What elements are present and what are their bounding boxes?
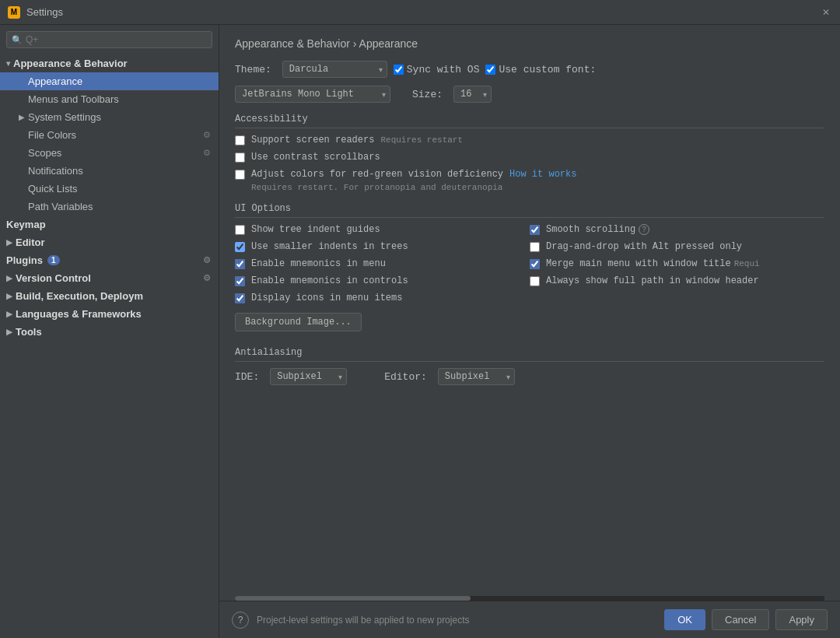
background-image-button[interactable]: Background Image... [235, 313, 362, 331]
chevron-right-icon: ▶ [6, 292, 12, 300]
ok-button[interactable]: OK [664, 609, 705, 630]
sidebar-item-tools[interactable]: ▶ Tools [0, 323, 219, 341]
use-custom-font-label[interactable]: Use custom font: [485, 64, 596, 75]
color-deficiency-note: Requires restart. For protanopia and deu… [251, 183, 824, 192]
color-deficiency-row: Adjust colors for red-green vision defic… [235, 169, 824, 180]
mnemonics-menu-checkbox[interactable] [235, 259, 245, 269]
size-select[interactable]: 16 101213141820 [453, 86, 492, 103]
use-custom-font-checkbox[interactable] [485, 65, 495, 75]
font-row: JetBrains Mono Light JetBrains Mono Aria… [235, 86, 824, 103]
gear-icon: ⚙ [203, 255, 211, 265]
content-area: Appearance & Behavior › Appearance Theme… [219, 25, 840, 638]
sync-with-os-label[interactable]: Sync with OS [394, 64, 480, 75]
help-button[interactable]: ? [232, 612, 249, 629]
sidebar-item-keymap[interactable]: Keymap [0, 216, 219, 233]
display-icons-checkbox[interactable] [235, 293, 245, 303]
breadcrumb: Appearance & Behavior › Appearance [235, 37, 824, 50]
antialiasing-title: Antialiasing [235, 347, 824, 362]
sidebar-item-build-execution[interactable]: ▶ Build, Execution, Deploym [0, 287, 219, 305]
theme-select[interactable]: Darcula IntelliJ Light High Contrast [282, 61, 387, 78]
ide-label: IDE: [235, 371, 259, 383]
screen-readers-checkbox[interactable] [235, 135, 245, 145]
sidebar-item-languages-frameworks[interactable]: ▶ Languages & Frameworks [0, 305, 219, 323]
plugins-badge: 1 [47, 255, 60, 265]
sidebar-item-plugins[interactable]: Plugins 1 ⚙ [0, 251, 219, 269]
ide-antialiasing-select[interactable]: Subpixel None Greyscale [270, 368, 347, 385]
requires-restart-hint: Requires restart [380, 135, 463, 145]
sidebar-item-editor[interactable]: ▶ Editor [0, 233, 219, 251]
chevron-right-icon: ▶ [6, 328, 12, 336]
drag-drop-checkbox[interactable] [530, 242, 540, 252]
ide-antialiasing-select-wrapper[interactable]: Subpixel None Greyscale [270, 368, 347, 385]
requires-note: Requi [734, 259, 760, 268]
chevron-right-icon: ▶ [6, 274, 12, 282]
antialiasing-row: IDE: Subpixel None Greyscale Editor: Sub… [235, 368, 824, 385]
sidebar: 🔍 ▾ Appearance & Behavior Appearance Men… [0, 25, 219, 638]
theme-select-wrapper[interactable]: Darcula IntelliJ Light High Contrast [282, 61, 387, 78]
editor-antialiasing-select[interactable]: Subpixel None Greyscale [438, 368, 515, 385]
sidebar-item-quick-lists[interactable]: Quick Lists [0, 180, 219, 198]
search-input[interactable] [26, 34, 207, 45]
sidebar-item-system-settings[interactable]: ▶ System Settings [0, 108, 219, 126]
color-deficiency-checkbox[interactable] [235, 170, 245, 180]
how-it-works-link[interactable]: How it works [509, 169, 576, 180]
ui-options-right: Smooth scrolling ? Drag-and-drop with Al… [530, 224, 824, 331]
tree-indent-row: Show tree indent guides [235, 224, 530, 235]
contrast-scrollbars-checkbox[interactable] [235, 152, 245, 163]
font-select-wrapper[interactable]: JetBrains Mono Light JetBrains Mono Aria… [235, 86, 390, 103]
mnemonics-controls-row: Enable mnemonics in controls [235, 275, 530, 286]
gear-icon: ⚙ [203, 130, 211, 140]
contrast-scrollbars-row: Use contrast scrollbars [235, 152, 824, 163]
theme-row: Theme: Darcula IntelliJ Light High Contr… [235, 61, 824, 78]
size-select-wrapper[interactable]: 16 101213141820 [453, 86, 492, 103]
chevron-right-icon: ▶ [6, 238, 12, 247]
screen-readers-row: Support screen readers Requires restart [235, 135, 824, 145]
drag-drop-row: Drag-and-drop with Alt pressed only [530, 241, 824, 252]
mnemonics-controls-checkbox[interactable] [235, 276, 245, 286]
apply-button[interactable]: Apply [775, 609, 828, 630]
sidebar-item-menus-toolbars[interactable]: Menus and Toolbars [0, 90, 219, 108]
editor-label: Editor: [384, 371, 427, 383]
app-icon: M [8, 6, 20, 19]
ui-options-left: Show tree indent guides Use smaller inde… [235, 224, 530, 331]
sidebar-item-scopes[interactable]: Scopes ⚙ [0, 144, 219, 162]
title-bar-text: Settings [26, 6, 820, 18]
merge-menu-row: Merge main menu with window title Requi [530, 258, 824, 269]
sync-with-os-checkbox[interactable] [394, 65, 404, 75]
ui-options-columns: Show tree indent guides Use smaller inde… [235, 224, 824, 331]
search-box[interactable]: 🔍 [6, 31, 212, 48]
font-select[interactable]: JetBrains Mono Light JetBrains Mono Aria… [235, 86, 390, 103]
close-button[interactable]: ✕ [820, 6, 832, 19]
bottom-bar: ? Project-level settings will be applied… [219, 601, 840, 638]
merge-menu-checkbox[interactable] [530, 259, 540, 269]
bg-button-wrapper: Background Image... [235, 310, 530, 331]
sidebar-item-notifications[interactable]: Notifications [0, 162, 219, 180]
smooth-scrolling-row: Smooth scrolling ? [530, 224, 824, 235]
sidebar-item-file-colors[interactable]: File Colors ⚙ [0, 126, 219, 144]
tree-indent-checkbox[interactable] [235, 225, 245, 235]
sidebar-item-appearance-behavior[interactable]: ▾ Appearance & Behavior [0, 54, 219, 72]
gear-icon: ⚙ [203, 148, 211, 158]
content-inner: Appearance & Behavior › Appearance Theme… [219, 25, 840, 596]
cancel-button[interactable]: Cancel [712, 609, 769, 630]
smaller-indents-checkbox[interactable] [235, 242, 245, 252]
sidebar-item-appearance[interactable]: Appearance [0, 72, 219, 90]
smooth-scrolling-checkbox[interactable] [530, 225, 540, 235]
theme-label: Theme: [235, 64, 271, 75]
ui-options-title: UI Options [235, 203, 824, 218]
chevron-right-icon: ▶ [6, 310, 12, 318]
full-path-checkbox[interactable] [530, 276, 540, 286]
bottom-note: Project-level settings will be applied t… [257, 615, 658, 626]
display-icons-row: Display icons in menu items [235, 293, 530, 303]
mnemonics-menu-row: Enable mnemonics in menu [235, 258, 530, 269]
search-icon: 🔍 [12, 35, 23, 45]
sidebar-item-version-control[interactable]: ▶ Version Control ⚙ [0, 269, 219, 287]
size-label: Size: [412, 89, 443, 100]
gear-icon: ⚙ [203, 273, 211, 283]
sidebar-item-path-variables[interactable]: Path Variables [0, 198, 219, 216]
full-path-row: Always show full path in window header [530, 275, 824, 286]
chevron-right-icon: ▶ [19, 113, 25, 121]
editor-antialiasing-select-wrapper[interactable]: Subpixel None Greyscale [438, 368, 515, 385]
chevron-down-icon: ▾ [6, 59, 10, 68]
help-icon[interactable]: ? [639, 224, 649, 235]
